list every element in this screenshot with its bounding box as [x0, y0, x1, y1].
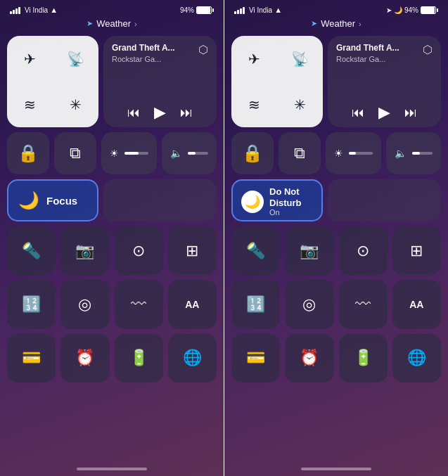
screen-lock-btn-left[interactable]: 🔒	[7, 132, 49, 174]
wallet-btn-right[interactable]: 💳	[231, 334, 280, 382]
airplane-mode-btn-right[interactable]: ✈	[231, 36, 277, 82]
battery-percent-right: 94%	[404, 6, 418, 14]
scan-btn-left[interactable]: ⊞	[168, 226, 217, 275]
battery-percent: 94%	[180, 6, 194, 14]
scan-btn-right[interactable]: ⊞	[392, 226, 441, 275]
carrier-name-right: Vi India	[249, 6, 272, 14]
top-row-left: ✈ 📡 ≋ ✳ Grand Theft A... Rockstar Ga...	[7, 36, 217, 127]
control-center-right: ✈ 📡 ≋ ✳ Grand Theft A... Rockstar Ga...	[224, 33, 448, 390]
signal-bar-r2	[237, 10, 239, 14]
calculator-btn-left[interactable]: 🔢	[7, 280, 56, 328]
wallet-btn-left[interactable]: 💳	[7, 334, 56, 382]
second-row-right: 🔒 ⧉ ☀ 🔈	[231, 132, 441, 174]
rewind-btn-left[interactable]: ⏮	[127, 105, 140, 120]
brightness-slider-right[interactable]: ☀	[326, 132, 381, 174]
text-size-btn-left[interactable]: AA	[168, 280, 217, 328]
bluetooth-btn-left[interactable]: ✳	[53, 82, 98, 127]
now-playing-header-left: Grand Theft A... Rockstar Ga... ⬡	[112, 43, 208, 64]
earth-btn-right[interactable]: 🌐	[392, 334, 441, 382]
flashlight-btn-right[interactable]: 🔦	[231, 226, 280, 275]
camera-btn-right[interactable]: 📷	[285, 226, 333, 275]
signal-bar-r1	[234, 11, 236, 14]
fast-forward-btn-right[interactable]: ⏭	[404, 105, 417, 120]
weather-chevron-left: ›	[134, 20, 137, 28]
location-arrow-icon: ➤	[87, 19, 93, 28]
brightness-slider-left[interactable]: ☀	[101, 132, 157, 174]
media-controls-right: ⏮ ▶ ⏭	[336, 103, 433, 122]
airplay-btn-left[interactable]: ⬡	[198, 43, 208, 56]
brightness-fill-left	[124, 152, 139, 155]
dnd-moon-icon: 🌙	[245, 194, 260, 210]
now-playing-artist-left: Rockstar Ga...	[112, 54, 198, 64]
earth-btn-left[interactable]: 🌐	[168, 334, 217, 382]
airplay-btn-right[interactable]: ⬡	[423, 43, 433, 56]
wifi-icon-right: ≋	[248, 96, 260, 113]
cellular-icon-right: 📡	[291, 51, 309, 67]
lock-rotation-icon-left: 🔒	[18, 143, 39, 163]
weather-bar-left[interactable]: ➤ Weather ›	[0, 17, 224, 33]
battery-btn-left[interactable]: 🔋	[115, 334, 163, 382]
flashlight-icon-left: 🔦	[22, 242, 41, 260]
scan-icon-right: ⊞	[410, 242, 423, 260]
play-btn-left[interactable]: ▶	[154, 103, 166, 122]
signal-bars	[10, 6, 20, 14]
wifi-btn-left[interactable]: ≋	[7, 82, 53, 127]
viewfinder-icon-right: ⊙	[357, 242, 369, 260]
calculator-btn-right[interactable]: 🔢	[231, 280, 280, 328]
volume-slider-right[interactable]: 🔈	[386, 132, 442, 174]
clock-btn-left[interactable]: ⏰	[60, 334, 109, 382]
shazam-btn-left[interactable]: ◎	[60, 280, 109, 328]
airplane-mode-btn-left[interactable]: ✈	[7, 36, 53, 82]
wifi-btn-right[interactable]: ≋	[231, 82, 277, 127]
flashlight-btn-left[interactable]: 🔦	[7, 226, 56, 275]
signal-bar-3	[15, 8, 18, 14]
cellular-btn-right[interactable]: 📡	[277, 36, 323, 82]
volume-icon-right: 🔈	[395, 148, 407, 159]
battery-btn-right[interactable]: 🔋	[339, 334, 388, 382]
volume-slider-left[interactable]: 🔈	[162, 132, 217, 174]
viewfinder-btn-right[interactable]: ⊙	[339, 226, 388, 275]
bluetooth-icon-left: ✳	[70, 96, 82, 113]
screen-lock-btn-right[interactable]: 🔒	[231, 132, 274, 174]
dnd-title: Do Not Disturb	[269, 186, 313, 208]
cellular-btn-left[interactable]: 📡	[53, 36, 98, 82]
calculator-icon-left: 🔢	[22, 295, 41, 314]
dnd-btn-right[interactable]: 🌙 Do Not Disturb On	[231, 179, 323, 221]
bluetooth-btn-right[interactable]: ✳	[277, 82, 323, 127]
weather-label-right: Weather	[321, 18, 355, 29]
clock-btn-right[interactable]: ⏰	[285, 334, 333, 382]
camera-icon-left: 📷	[75, 242, 94, 260]
top-row-right: ✈ 📡 ≋ ✳ Grand Theft A... Rockstar Ga...	[231, 36, 441, 127]
signal-bar-2	[13, 10, 15, 14]
brightness-track-right	[349, 152, 373, 155]
shazam-btn-right[interactable]: ◎	[285, 280, 333, 328]
viewfinder-btn-left[interactable]: ⊙	[115, 226, 163, 275]
focus-btn-left[interactable]: 🌙 Focus	[7, 179, 98, 221]
moon-icon-left: 🌙	[18, 191, 39, 210]
screen-mirror-btn-right[interactable]: ⧉	[279, 132, 321, 174]
play-btn-right[interactable]: ▶	[378, 103, 390, 122]
volume-icon-left: 🔈	[170, 148, 182, 159]
soundwave-btn-right[interactable]: 〰	[339, 280, 388, 328]
fast-forward-btn-left[interactable]: ⏭	[180, 105, 193, 120]
icons-grid-left: 🔦 📷 ⊙ ⊞ 🔢 ◎ 〰 AA 💳	[7, 226, 217, 382]
screen-mirror-btn-left[interactable]: ⧉	[54, 132, 96, 174]
status-left-right: Vi India ▲	[234, 6, 282, 14]
brightness-icon-right: ☀	[334, 148, 343, 159]
weather-bar-right[interactable]: ➤ Weather ›	[224, 17, 448, 33]
volume-track-right	[412, 152, 433, 155]
dnd-text: Do Not Disturb On	[269, 186, 313, 217]
clock-icon-left: ⏰	[75, 349, 94, 367]
status-bar-right: Vi India ▲ ➤ 🌙 94%	[224, 0, 448, 17]
rewind-btn-right[interactable]: ⏮	[352, 105, 364, 120]
text-size-icon-left: AA	[185, 299, 199, 310]
battery-tip-right	[437, 8, 438, 12]
volume-fill-left	[188, 152, 196, 155]
focus-label-left: Focus	[46, 195, 77, 207]
signal-bar-4	[18, 7, 20, 14]
soundwave-btn-left[interactable]: 〰	[115, 280, 163, 328]
camera-btn-left[interactable]: 📷	[60, 226, 109, 275]
text-size-btn-right[interactable]: AA	[392, 280, 441, 328]
status-right: 94%	[180, 6, 214, 14]
mirror-icon-left: ⧉	[70, 144, 81, 162]
